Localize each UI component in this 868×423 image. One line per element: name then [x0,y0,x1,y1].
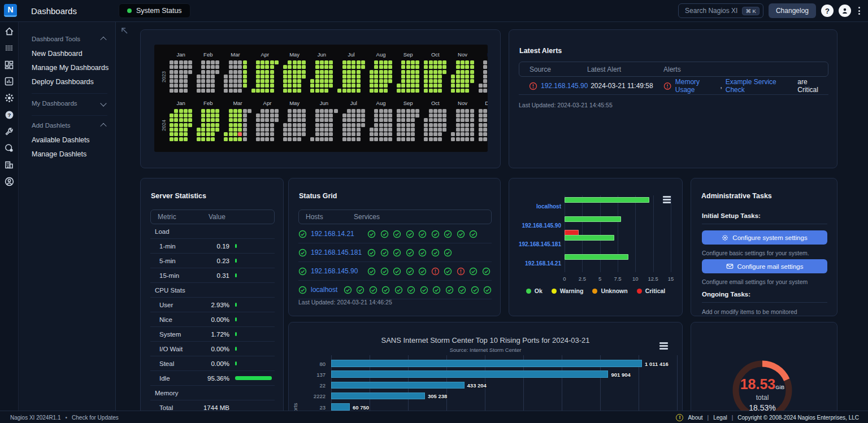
heatmap-day-none[interactable] [265,128,269,132]
heatmap-day-ok[interactable] [429,65,433,69]
heatmap-day-none[interactable] [347,123,351,127]
heatmap-day-ok[interactable] [370,75,374,79]
heatmap-day-ok[interactable] [201,132,205,136]
nagios-logo[interactable]: N [4,4,17,17]
heatmap-day-ok[interactable] [374,65,378,69]
service-ok-icon[interactable] [457,230,465,238]
heatmap-day-ok[interactable] [388,60,392,64]
service-ok-icon[interactable] [482,267,491,276]
heatmap-day-none[interactable] [429,132,433,136]
heatmap-day-ok[interactable] [351,84,355,88]
heatmap-day-none[interactable] [424,118,428,122]
heatmap-day-none[interactable] [320,118,324,122]
heatmap-day-ok[interactable] [379,84,383,88]
heatmap-day-none[interactable] [270,128,274,132]
heatmap-day-none[interactable] [388,128,392,132]
heatmap-day-none[interactable] [315,132,319,136]
service-ok-icon[interactable] [444,248,452,257]
heatmap-day-ok[interactable] [329,65,333,69]
legend-item-warning[interactable]: Warning [552,287,584,294]
heatmap-day-none[interactable] [451,137,455,141]
heatmap-day-ok[interactable] [320,79,324,83]
heatmap-day-ok[interactable] [388,65,392,69]
heatmap-day-ok[interactable] [243,65,247,69]
heatmap-day-none[interactable] [211,89,215,93]
heatmap-day-none[interactable] [456,123,460,127]
heatmap-day-none[interactable] [483,137,487,141]
heatmap-day-ok[interactable] [261,75,264,79]
heatmap-day-ok[interactable] [297,65,301,69]
service-ok-icon[interactable] [418,267,427,276]
heatmap-day-ok[interactable] [415,75,419,79]
heatmap-day-ok[interactable] [379,65,383,69]
heatmap-day-none[interactable] [470,128,474,132]
heatmap-day-ok[interactable] [293,89,297,93]
heatmap-day-none[interactable] [357,109,361,113]
heatmap-day-ok[interactable] [174,123,178,127]
heatmap-day-none[interactable] [297,137,301,141]
bar-ok-192-168-14-21[interactable] [565,254,628,260]
heatmap-day-none[interactable] [315,118,319,122]
heatmap-day-none[interactable] [174,70,178,74]
heatmap-day-none[interactable] [224,84,228,88]
heatmap-day-none[interactable] [479,118,483,122]
help-button[interactable]: ? [821,5,834,17]
heatmap-day-none[interactable] [351,114,355,117]
heatmap-day-none[interactable] [442,109,446,113]
heatmap-day-none[interactable] [197,75,201,79]
heatmap-day-ok[interactable] [374,60,378,64]
heatmap-day-none[interactable] [288,118,292,122]
heatmap-day-none[interactable] [315,137,319,141]
heatmap-day-none[interactable] [424,137,428,141]
heatmap-day-none[interactable] [465,114,469,117]
sidebar-item-available-dashlets[interactable]: Available Dashlets [32,133,107,147]
heatmap-day-none[interactable] [243,118,247,122]
heatmap-day-none[interactable] [256,132,260,136]
heatmap-day-ok[interactable] [170,137,173,141]
heatmap-day-ok[interactable] [424,65,428,69]
heatmap-day-ok[interactable] [370,89,374,93]
heatmap-day-ok[interactable] [315,70,319,74]
heatmap-day-none[interactable] [270,114,274,117]
heatmap-day-ok[interactable] [206,118,210,122]
heatmap-day-none[interactable] [206,89,210,93]
heatmap-day-none[interactable] [483,128,487,132]
heatmap-day-ok[interactable] [233,128,237,132]
heatmap-day-none[interactable] [329,109,333,113]
rail-home-icon[interactable] [5,27,14,36]
heatmap-day-none[interactable] [320,109,324,113]
heatmap-day-none[interactable] [238,70,242,74]
heatmap-day-ok[interactable] [238,137,242,141]
heatmap-day-none[interactable] [283,137,287,141]
heatmap-day-ok[interactable] [211,137,215,141]
heatmap-day-none[interactable] [406,123,410,127]
heatmap-day-ok[interactable] [256,70,260,74]
heatmap-day-ok[interactable] [270,75,274,79]
heatmap-day-ok[interactable] [429,79,433,83]
heatmap-day-none[interactable] [265,114,269,117]
heatmap-day-none[interactable] [424,128,428,132]
heatmap-day-none[interactable] [224,79,228,83]
heatmap-day-none[interactable] [238,89,242,93]
heatmap-day-none[interactable] [288,137,292,141]
heatmap-day-none[interactable] [283,128,287,132]
heatmap-day-none[interactable] [224,89,228,93]
heatmap-day-ok[interactable] [324,84,328,88]
heatmap-day-ok[interactable] [411,70,415,74]
heatmap-day-ok[interactable] [351,75,355,79]
heatmap-day-ok[interactable] [229,137,233,141]
service-ok-icon[interactable] [445,286,454,294]
service-ok-icon[interactable] [406,267,414,276]
heatmap-day-none[interactable] [329,132,333,136]
heatmap-day-ok[interactable] [429,89,433,93]
heatmap-day-ok[interactable] [297,60,301,64]
heatmap-day-ok[interactable] [170,123,173,127]
service-ok-icon[interactable] [420,286,428,294]
heatmap-day-none[interactable] [206,70,210,74]
heatmap-day-none[interactable] [347,128,351,132]
heatmap-day-ok[interactable] [465,75,469,79]
heatmap-day-ok[interactable] [465,79,469,83]
heatmap-day-ok[interactable] [233,109,237,113]
heatmap-day-ok[interactable] [415,65,419,69]
heatmap-day-ok[interactable] [283,79,287,83]
